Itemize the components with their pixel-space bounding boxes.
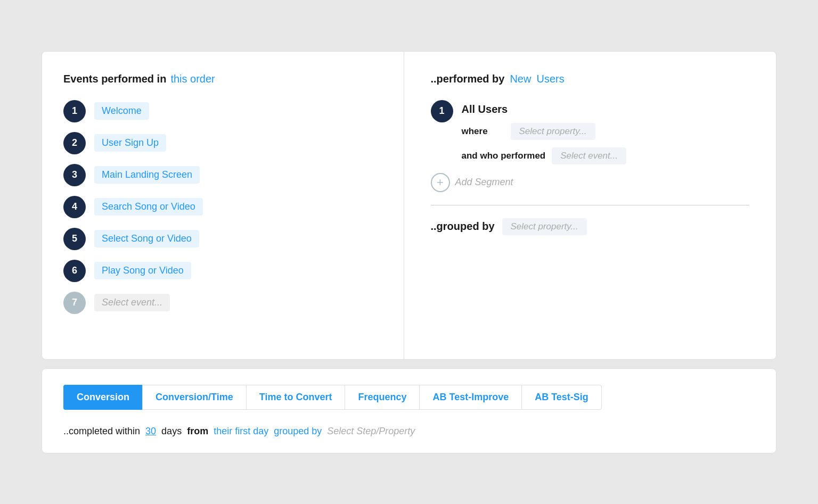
tabs-row: ConversionConversion/TimeTime to Convert… [63,385,755,410]
who-label: and who performed [462,151,546,161]
bottom-card: ConversionConversion/TimeTime to Convert… [42,368,776,453]
event-item-3: 3Main Landing Screen [63,164,382,186]
grouped-by-select[interactable]: Select property... [502,218,587,235]
tab-conversion-time[interactable]: Conversion/Time [142,385,246,410]
select-step-property[interactable]: Select Step/Property [327,426,415,437]
segment-number: 1 [431,100,453,122]
event-number-4: 4 [63,196,86,218]
segment-title: All Users [462,100,626,115]
users-link[interactable]: Users [536,73,564,85]
grouped-by-label-bottom: grouped by [274,426,322,437]
from-label: from [187,426,208,437]
tab-time-to-convert[interactable]: Time to Convert [246,385,345,410]
tab-ab-test-sig[interactable]: AB Test-Sig [521,385,602,410]
event-label-2[interactable]: User Sign Up [94,134,166,152]
days-label: days [161,426,182,437]
main-container: Events performed in this order 1Welcome2… [42,51,776,453]
add-segment-icon: + [431,173,450,192]
event-item-5: 5Select Song or Video [63,228,382,250]
grouped-by-row: ..grouped by Select property... [431,218,750,235]
event-label-3[interactable]: Main Landing Screen [94,166,200,184]
segment-content: All Users where Select property... and w… [462,100,626,164]
event-number-2: 2 [63,132,86,154]
event-item-6: 6Play Song or Video [63,260,382,282]
tab-ab-test-improve[interactable]: AB Test-Improve [419,385,521,410]
top-card: Events performed in this order 1Welcome2… [42,51,776,360]
left-panel: Events performed in this order 1Welcome2… [42,52,404,359]
right-panel: ..performed by New Users 1 All Users whe… [404,52,776,359]
select-property-input[interactable]: Select property... [511,123,595,140]
event-item-7: 7Select event... [63,292,382,314]
event-number-1: 1 [63,100,86,122]
event-number-7: 7 [63,292,86,314]
performed-by-text: ..performed by [431,73,505,85]
add-segment-button[interactable]: + Add Segment [431,173,750,192]
who-performed-row: and who performed Select event... [462,147,626,164]
new-link[interactable]: New [510,73,531,85]
where-row: where Select property... [462,123,626,140]
left-panel-header: Events performed in this order [63,73,382,85]
events-header-text: Events performed in [63,73,166,85]
event-number-5: 5 [63,228,86,250]
completed-within-text: ..completed within [63,426,140,437]
this-order-link[interactable]: this order [170,73,215,85]
event-item-4: 4Search Song or Video [63,196,382,218]
event-label-1[interactable]: Welcome [94,102,149,120]
their-first-day-link[interactable]: their first day [214,426,268,437]
grouped-by-label: ..grouped by [431,220,495,233]
event-number-3: 3 [63,164,86,186]
event-label-4[interactable]: Search Song or Video [94,198,203,216]
event-item-1: 1Welcome [63,100,382,122]
add-segment-label: Add Segment [455,177,513,188]
divider [431,205,750,205]
tab-frequency[interactable]: Frequency [345,385,419,410]
completed-within-row: ..completed within 30 days from their fi… [63,426,755,437]
tab-conversion[interactable]: Conversion [63,385,142,410]
days-value[interactable]: 30 [145,426,156,437]
right-panel-header: ..performed by New Users [431,73,750,85]
segment-block: 1 All Users where Select property... and… [431,100,750,164]
where-label: where [462,126,504,137]
event-label-7[interactable]: Select event... [94,294,170,311]
event-number-6: 6 [63,260,86,282]
event-label-5[interactable]: Select Song or Video [94,230,199,247]
event-label-6[interactable]: Play Song or Video [94,262,191,279]
event-list: 1Welcome2User Sign Up3Main Landing Scree… [63,100,382,314]
select-event-input[interactable]: Select event... [552,147,626,164]
event-item-2: 2User Sign Up [63,132,382,154]
